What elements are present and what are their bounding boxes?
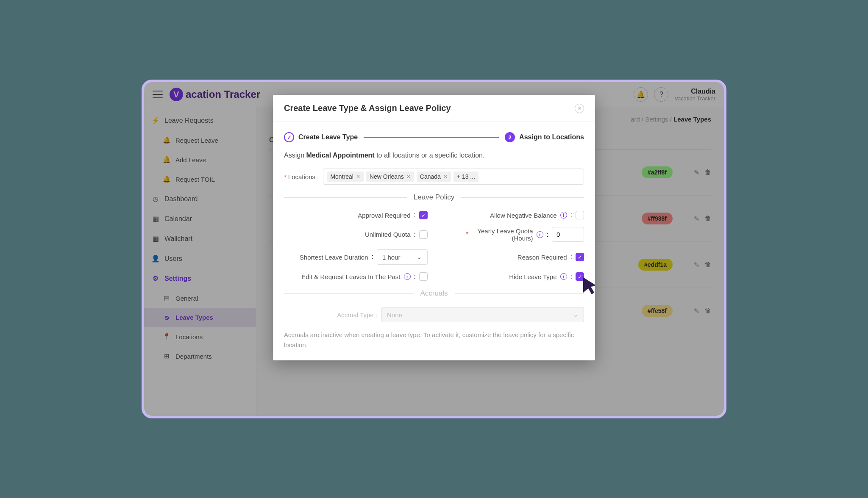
assign-description: Assign Medical Appointment to all locati… <box>284 152 584 159</box>
remove-tag-icon[interactable]: ✕ <box>406 174 411 180</box>
accrual-type-select: None ⌄ <box>381 307 584 322</box>
edit-past-checkbox[interactable] <box>419 272 428 281</box>
modal-title: Create Leave Type & Assign Leave Policy <box>284 103 451 113</box>
check-icon: ✓ <box>284 132 294 142</box>
info-icon[interactable]: i <box>537 231 543 238</box>
step-1[interactable]: ✓ Create Leave Type <box>284 132 358 142</box>
shortest-duration-select[interactable]: 1 hour ⌄ <box>377 249 428 265</box>
approval-required-label: Approval Required <box>358 212 410 219</box>
unlimited-quota-checkbox[interactable] <box>419 230 428 239</box>
info-icon[interactable]: i <box>560 212 567 219</box>
wizard-steps: ✓ Create Leave Type 2 Assign to Location… <box>284 132 584 142</box>
remove-tag-icon[interactable]: ✕ <box>443 174 448 180</box>
location-tag-more[interactable]: + 13 ... <box>453 172 479 182</box>
edit-past-label: Edit & Request Leaves In The Past <box>301 273 400 280</box>
hide-leave-label: Hide Leave Type <box>509 273 556 280</box>
shortest-duration-label: Shortest Leave Duration <box>300 254 368 261</box>
reason-required-label: Reason Required <box>517 254 567 261</box>
accrual-note: Accruals are inactive when creating a le… <box>284 330 584 350</box>
locations-label: *Locations : <box>284 173 319 180</box>
step-2[interactable]: 2 Assign to Locations <box>505 132 584 142</box>
step-connector <box>364 137 499 138</box>
chevron-down-icon: ⌄ <box>573 311 579 318</box>
yearly-quota-input[interactable] <box>552 227 584 242</box>
allow-negative-label: Allow Negative Balance <box>490 212 557 219</box>
create-leave-type-modal: Create Leave Type & Assign Leave Policy … <box>273 95 595 360</box>
yearly-quota-label: Yearly Leave Quota (Hours) <box>474 227 533 242</box>
info-icon[interactable]: i <box>560 273 567 280</box>
info-icon[interactable]: i <box>404 273 411 280</box>
remove-tag-icon[interactable]: ✕ <box>356 174 360 180</box>
hide-leave-checkbox[interactable]: ✓ <box>576 272 584 281</box>
location-tag[interactable]: Canada ✕ <box>417 172 451 182</box>
close-icon[interactable]: ✕ <box>575 104 584 113</box>
allow-negative-checkbox[interactable] <box>576 211 584 219</box>
location-tag[interactable]: Montreal ✕ <box>327 172 363 182</box>
leave-policy-heading: Leave Policy <box>284 193 584 202</box>
unlimited-quota-label: Unlimited Quota <box>365 231 411 238</box>
reason-required-checkbox[interactable]: ✓ <box>576 253 584 261</box>
location-tag[interactable]: New Orleans ✕ <box>366 172 414 182</box>
chevron-down-icon: ⌄ <box>417 253 422 261</box>
locations-select[interactable]: Montreal ✕New Orleans ✕Canada ✕+ 13 ... <box>323 169 584 185</box>
approval-required-checkbox[interactable]: ✓ <box>419 211 428 219</box>
accrual-type-label: Accrual Type : <box>284 311 377 318</box>
modal-overlay: Create Leave Type & Assign Leave Policy … <box>144 82 724 416</box>
accruals-heading: Accruals <box>284 289 584 298</box>
